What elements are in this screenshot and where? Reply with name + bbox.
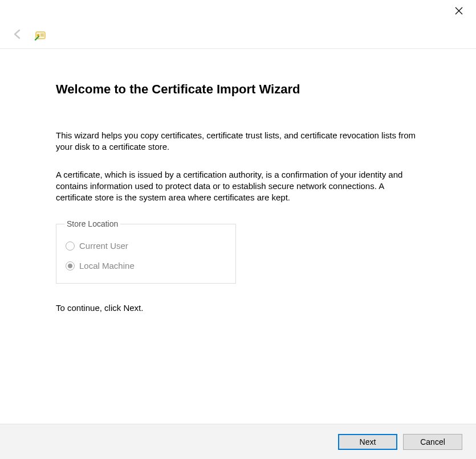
store-location-legend: Store Location — [64, 219, 120, 228]
close-icon — [455, 7, 463, 15]
continue-text: To continue, click Next. — [56, 303, 420, 313]
radio-label-current-user: Current User — [79, 241, 128, 251]
radio-current-user[interactable]: Current User — [66, 239, 227, 253]
next-button[interactable]: Next — [338, 434, 397, 450]
store-location-group: Store Location Current User Local Machin… — [56, 219, 236, 284]
page-title: Welcome to the Certificate Import Wizard — [56, 82, 420, 97]
radio-local-machine[interactable]: Local Machine — [66, 259, 227, 273]
cancel-button[interactable]: Cancel — [403, 434, 462, 450]
certificate-wizard-icon — [34, 28, 48, 42]
radio-label-local-machine: Local Machine — [79, 261, 135, 271]
radio-icon — [66, 261, 75, 271]
toolbar — [0, 22, 476, 49]
radio-icon — [66, 241, 75, 251]
explain-paragraph: A certificate, which is issued by a cert… — [56, 169, 420, 204]
close-button[interactable] — [453, 5, 465, 17]
wizard-content: Welcome to the Certificate Import Wizard… — [0, 49, 476, 313]
intro-paragraph: This wizard helps you copy certificates,… — [56, 130, 420, 153]
titlebar — [0, 0, 476, 22]
footer: Next Cancel — [0, 424, 476, 459]
back-arrow-icon — [11, 28, 24, 42]
